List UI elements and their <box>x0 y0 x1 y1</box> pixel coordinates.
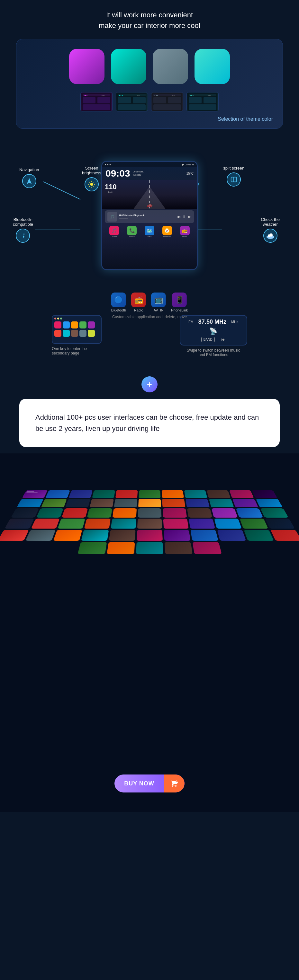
screen-brightness-feature: Screenbrightness <box>82 166 101 191</box>
tile-20 <box>209 499 234 508</box>
tile-43 <box>240 519 268 528</box>
skip-forward-btn[interactable]: ⏭ <box>221 337 226 342</box>
car-icon: 🚗 <box>147 202 152 207</box>
tile-50 <box>136 530 162 541</box>
weather-feature: Check theweather <box>261 217 280 243</box>
tile-48 <box>81 530 109 541</box>
screen-thumb-cyan-inner: ● ● ● 16:40 <box>187 92 218 111</box>
tile-35 <box>31 519 59 528</box>
tile-52 <box>190 530 218 541</box>
tile-45 <box>0 530 29 541</box>
phonelink-dock-icon[interactable]: 📱 <box>172 293 187 307</box>
av-dock-icon[interactable]: 📺 <box>151 293 166 307</box>
svg-text:● ● ●: ● ● ● <box>119 94 123 96</box>
tile-29 <box>162 508 187 518</box>
app-direction[interactable]: 🧭 DirctNavi <box>162 226 172 238</box>
tile-42 <box>214 519 242 528</box>
section-theme: It will work more convenient make your c… <box>0 0 299 129</box>
next-btn[interactable]: ⏭ <box>188 215 192 219</box>
tile-30 <box>187 508 212 518</box>
svg-line-28 <box>43 182 80 199</box>
bt-dock-icon[interactable]: 🔵 <box>111 293 126 307</box>
section-plus: + Addtional 100+ pcs user interfaces can… <box>0 367 299 453</box>
svg-rect-11 <box>118 97 131 103</box>
plus-symbol: + <box>147 379 152 390</box>
swatch-teal[interactable] <box>111 49 146 84</box>
direction-app-label: DirctNavi <box>162 236 172 238</box>
svg-rect-6 <box>83 104 110 110</box>
app-music[interactable]: 🎵 Music <box>109 226 119 238</box>
svg-rect-18 <box>153 97 166 103</box>
tile-3 <box>69 490 93 498</box>
tile-13 <box>41 499 67 508</box>
music-info: Hi-Fi Music Playback ━━━━━━━ <box>119 214 177 220</box>
music-controls: ⏮ ⏸ ⏭ <box>177 215 192 219</box>
buy-now-button[interactable]: BUY NOW 0 <box>114 775 185 792</box>
svg-text:16:40: 16:40 <box>207 95 211 96</box>
tile-8 <box>184 490 207 498</box>
screen-thumb-pink[interactable]: ● ● ● 16:48 <box>80 92 112 111</box>
band-btn[interactable]: BAND <box>201 337 215 342</box>
tile-39 <box>137 519 162 528</box>
phone-app-icon: 📞 <box>127 226 137 235</box>
direction-app-icon: 🧭 <box>162 226 172 235</box>
tile-18 <box>162 499 185 508</box>
tile-28 <box>138 508 161 518</box>
gallery-rotated <box>0 489 299 752</box>
tile-27 <box>112 508 137 518</box>
tile-26 <box>87 508 112 518</box>
app-phone[interactable]: 📞 Phone <box>127 226 137 238</box>
dock-apps: 🔵 Bluetooth 📻 Radio 📺 AV_IN 📱 PhoneLink <box>111 293 188 312</box>
radio-label: Swipe to switch between musicand FM func… <box>187 348 240 357</box>
speed-unit: km/h <box>105 191 117 193</box>
tile-12 <box>16 499 43 508</box>
description-card: Addtional 100+ pcs user interfaces can b… <box>19 399 280 447</box>
radio-app-label: Radio <box>180 236 190 238</box>
app-navi[interactable]: 🗺️ Navi <box>145 226 154 238</box>
split-screen-icon <box>230 176 237 183</box>
navi-app-icon: 🗺️ <box>145 226 154 235</box>
phone-status-left: ● ● ● <box>105 163 111 166</box>
svg-rect-19 <box>168 97 181 103</box>
screen-thumb-cyan[interactable]: ● ● ● 16:40 <box>187 92 219 111</box>
svg-rect-4 <box>83 97 96 103</box>
tile-54 <box>244 530 274 541</box>
tile-5 <box>115 490 137 498</box>
swatch-pink[interactable] <box>69 49 104 84</box>
swatch-gray[interactable] <box>153 49 188 84</box>
prev-btn[interactable]: ⏮ <box>177 215 181 219</box>
dock-av: 📺 AV_IN <box>151 293 166 312</box>
phonelink-dock-label: PhoneLink <box>171 308 188 312</box>
app-radio[interactable]: 📻 Radio <box>180 226 190 238</box>
tile-34 <box>5 519 34 528</box>
dock-radio: 📻 Radio <box>131 293 146 312</box>
tile-57 <box>107 542 135 555</box>
cart-icon: 0 <box>170 780 178 788</box>
tile-49 <box>109 530 135 541</box>
bottom-features: One key to enter the secondary page FM 8… <box>0 334 299 367</box>
theme-color-label: Selection of theme color <box>23 116 276 122</box>
bluetooth-icon <box>20 232 26 240</box>
section-gallery <box>0 453 299 762</box>
tile-36 <box>58 519 85 528</box>
dock-bt: 🔵 Bluetooth <box>111 293 126 312</box>
tile-24 <box>36 508 63 518</box>
bluetooth-label: Bluetooth-compatible <box>13 217 33 227</box>
app-icons-row: 🎵 Music 📞 Phone 🗺️ Navi 🧭 DirctNavi <box>102 224 197 239</box>
tile-9 <box>206 490 230 498</box>
screen-thumb-gray[interactable]: ● ● ● 16:41 <box>151 92 183 111</box>
tile-44 <box>265 519 294 528</box>
tile-32 <box>236 508 263 518</box>
svg-rect-25 <box>189 97 201 103</box>
swatch-cyan[interactable] <box>195 49 230 84</box>
screen-thumb-teal[interactable]: ● ● ● 10:41 <box>116 92 148 111</box>
tile-33 <box>260 508 288 518</box>
play-btn[interactable]: ⏸ <box>182 215 186 219</box>
svg-text:10:41: 10:41 <box>137 95 140 96</box>
radio-dock-icon[interactable]: 📻 <box>131 293 146 307</box>
music-app-icon: 🎵 <box>109 226 119 235</box>
svg-text:16:48: 16:48 <box>101 95 105 96</box>
feature-diagram: Navigation Screenbrightness split screen <box>10 135 289 334</box>
svg-text:● ● ●: ● ● ● <box>154 94 158 96</box>
customizable-label: Customizable application add, delete, mo… <box>111 315 188 319</box>
